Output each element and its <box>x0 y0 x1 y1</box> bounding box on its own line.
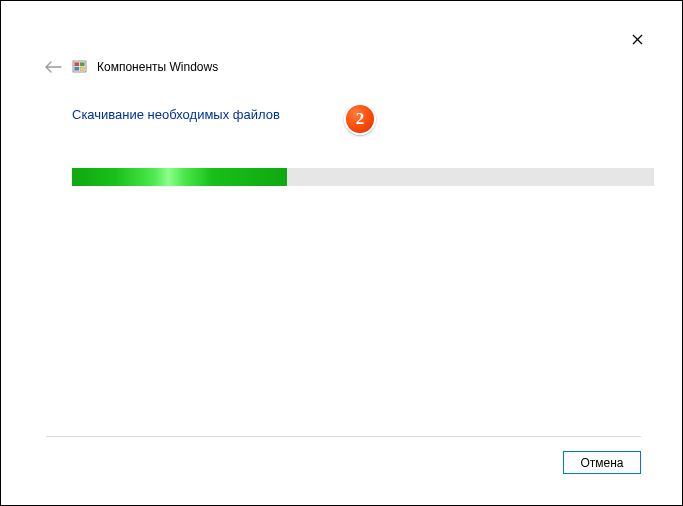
annotation-badge-label: 2 <box>356 109 365 129</box>
close-button[interactable] <box>621 27 653 51</box>
dialog-title: Компоненты Windows <box>97 60 218 74</box>
progress-bar-fill <box>72 168 287 186</box>
svg-rect-5 <box>75 67 80 71</box>
dialog-footer: Отмена <box>46 436 641 476</box>
back-arrow-icon <box>44 60 62 74</box>
svg-rect-4 <box>80 63 85 67</box>
annotation-badge: 2 <box>344 103 376 135</box>
svg-rect-3 <box>75 63 80 67</box>
dialog-inner-panel: Компоненты Windows Скачивание необходимы… <box>16 17 667 490</box>
progress-bar-track <box>72 168 654 186</box>
dialog-window: Компоненты Windows Скачивание необходимы… <box>0 0 683 506</box>
windows-features-icon <box>72 59 87 74</box>
svg-rect-6 <box>80 67 85 71</box>
cancel-button[interactable]: Отмена <box>563 451 641 474</box>
close-icon <box>632 34 643 45</box>
dialog-header: Компоненты Windows <box>44 59 218 74</box>
